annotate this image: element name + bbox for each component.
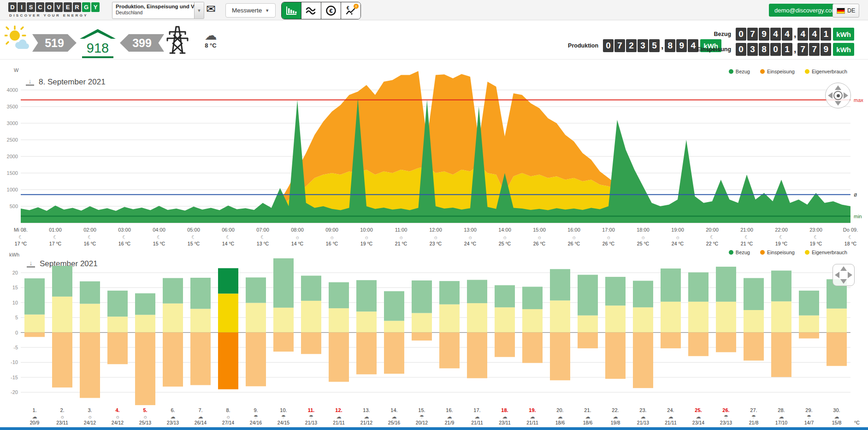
y-axis-tick: 3500 bbox=[7, 104, 18, 109]
rain-icon: ☂ bbox=[419, 414, 424, 419]
x-axis-tick: 14:00 bbox=[498, 227, 511, 233]
power-pylon-icon bbox=[164, 24, 191, 54]
pan-left-arrow[interactable] bbox=[835, 272, 839, 278]
day-bar-group[interactable] bbox=[190, 278, 211, 385]
bar-einspeisung bbox=[744, 333, 764, 361]
pan-down-arrow[interactable] bbox=[835, 101, 841, 106]
meter-select-dropdown[interactable]: Produktion, Einspeisung und Ve... Deutsc… bbox=[112, 2, 204, 19]
mail-icon[interactable]: ✉ bbox=[206, 2, 216, 16]
discovergy-logo[interactable]: DISCOVERGY DISCOVER YOUR ENERGY bbox=[8, 2, 100, 18]
sun-icon: ☼ bbox=[606, 234, 611, 240]
day-bar-group[interactable] bbox=[80, 281, 100, 398]
bar-eigenverbrauch bbox=[744, 310, 764, 333]
pan-left-arrow[interactable] bbox=[828, 92, 833, 99]
bar-eigenverbrauch bbox=[522, 309, 543, 333]
pan-right-arrow[interactable] bbox=[844, 92, 848, 99]
bar-chart-view-button[interactable] bbox=[282, 2, 301, 19]
house-roof-icon bbox=[80, 28, 116, 40]
day-temperature: 27/14 bbox=[222, 420, 234, 425]
messwerte-button[interactable]: Messwerte ▼ bbox=[225, 3, 276, 18]
day-label: 4. bbox=[115, 407, 119, 413]
day-bar-group[interactable] bbox=[218, 268, 238, 389]
day-bar-group[interactable] bbox=[412, 281, 432, 340]
pan-up-arrow[interactable] bbox=[840, 266, 847, 271]
user-email: demo@discovergy.com bbox=[774, 7, 837, 14]
day-bar-group[interactable] bbox=[550, 269, 570, 380]
day-bar-group[interactable] bbox=[135, 293, 155, 405]
day-bar-group[interactable] bbox=[439, 281, 460, 368]
day-bar-group[interactable] bbox=[827, 279, 847, 366]
day-temperature: 21/8 bbox=[749, 420, 759, 425]
day-bar-group[interactable] bbox=[771, 270, 791, 377]
day-bar-group[interactable] bbox=[246, 277, 266, 386]
day-bar-group[interactable] bbox=[578, 275, 598, 348]
day-bar-group[interactable] bbox=[744, 278, 764, 361]
bar-bezug bbox=[688, 272, 709, 302]
day-bar-group[interactable] bbox=[273, 258, 294, 352]
bar-eigenverbrauch bbox=[827, 309, 847, 333]
day-bar-group[interactable] bbox=[301, 275, 321, 354]
day-label: 7. bbox=[198, 407, 202, 413]
day-bar-group[interactable] bbox=[384, 291, 404, 374]
day-bar-group[interactable] bbox=[633, 281, 653, 388]
pan-center-button[interactable] bbox=[833, 91, 843, 100]
rain-icon: ☂ bbox=[254, 414, 258, 419]
language-label: DE bbox=[847, 7, 855, 14]
x-axis-tick: 06:00 bbox=[222, 227, 235, 233]
day-bar-group[interactable] bbox=[688, 272, 709, 356]
day-temperature: 19/8 bbox=[611, 420, 620, 425]
bar-einspeisung bbox=[24, 333, 45, 337]
day-bar-group[interactable] bbox=[799, 291, 819, 339]
day-temperature: 25/16 bbox=[388, 420, 400, 425]
day-bar-group[interactable] bbox=[605, 277, 626, 379]
costs-view-button[interactable]: € bbox=[321, 2, 341, 19]
counter-digit: 2 bbox=[626, 39, 637, 52]
sun-icon: ☼ bbox=[88, 414, 92, 419]
bar-eigenverbrauch bbox=[412, 313, 432, 332]
day-bar-group[interactable] bbox=[356, 280, 377, 374]
day-label: 20. bbox=[556, 407, 563, 413]
day-bar-group[interactable] bbox=[52, 266, 72, 388]
bar-bezug bbox=[52, 266, 72, 297]
x-axis-tick: 12:00 bbox=[429, 227, 442, 233]
pan-right-arrow[interactable] bbox=[848, 272, 852, 278]
cloud-icon: ☁ bbox=[197, 29, 224, 42]
day-label: 16. bbox=[446, 407, 453, 413]
bar-bezug bbox=[467, 280, 487, 304]
day-bar-group[interactable] bbox=[495, 285, 515, 357]
day-bar-group[interactable] bbox=[661, 269, 681, 348]
y-axis-tick: 15 bbox=[12, 285, 18, 290]
x-axis-tick: Do 09. bbox=[843, 227, 858, 233]
bar-bezug bbox=[24, 278, 45, 314]
day-bar-group[interactable] bbox=[716, 267, 736, 352]
day-bar-group[interactable] bbox=[107, 291, 128, 364]
moon-icon: ☾ bbox=[814, 234, 818, 240]
einspeisung-label: Einspeisung bbox=[697, 46, 731, 53]
day-bar-group[interactable] bbox=[467, 280, 487, 378]
pan-up-arrow[interactable] bbox=[835, 85, 841, 90]
partly-icon: ☁ bbox=[447, 414, 452, 419]
logo-letter: O bbox=[45, 2, 53, 12]
bar-einspeisung bbox=[356, 333, 377, 375]
bar-bezug bbox=[218, 268, 238, 293]
day-bar-group[interactable] bbox=[24, 278, 45, 337]
day-bar-group[interactable] bbox=[522, 287, 543, 363]
day-bar-group[interactable] bbox=[163, 278, 183, 387]
x-axis-tick: Mi 08. bbox=[14, 227, 28, 233]
day-power-chart: 5001000150020002500300035004000maxøminMi… bbox=[0, 59, 868, 249]
load-curve-view-button[interactable] bbox=[301, 2, 321, 19]
bar-einspeisung bbox=[827, 333, 847, 366]
day-bar-group[interactable] bbox=[329, 282, 349, 382]
y-axis-tick: 0 bbox=[15, 330, 18, 335]
y-axis-tick: 1500 bbox=[7, 170, 18, 176]
bar-bezug bbox=[605, 277, 626, 305]
language-button[interactable]: DE bbox=[833, 4, 859, 18]
logo-letter: I bbox=[18, 2, 26, 12]
day-label: 19. bbox=[529, 407, 536, 413]
day-label: 18. bbox=[501, 407, 508, 413]
pan-down-arrow[interactable] bbox=[840, 279, 847, 284]
day-temperature: 20/12 bbox=[416, 420, 428, 425]
counter-digit: 1 bbox=[821, 28, 831, 41]
tick-temperature: 16 °C bbox=[84, 241, 96, 246]
tariff-view-button[interactable]: € i bbox=[341, 2, 360, 19]
